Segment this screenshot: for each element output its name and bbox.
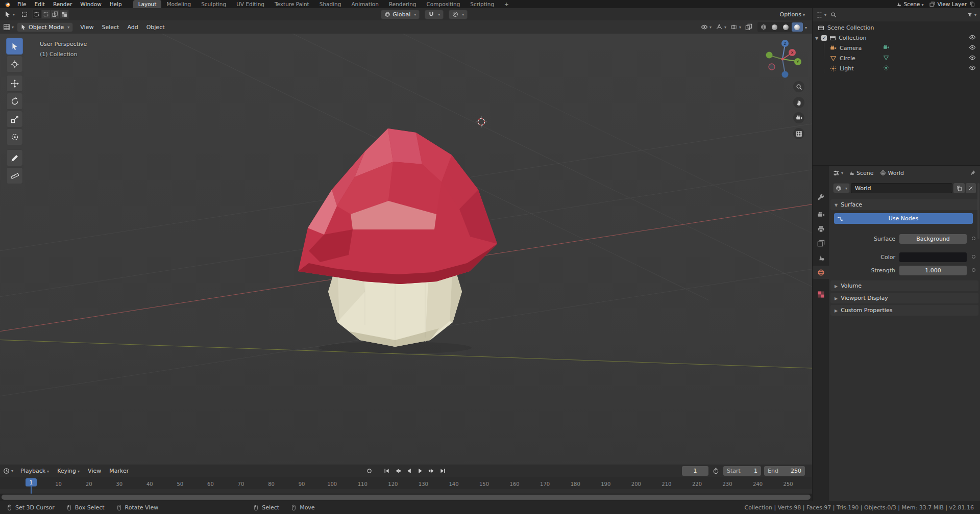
tab-animation[interactable]: Animation — [346, 0, 384, 8]
breadcrumb-world[interactable]: World — [888, 170, 904, 176]
viewport-canvas[interactable]: User Perspective (1) Collection — [0, 34, 812, 465]
annotate-tool-button[interactable] — [6, 149, 23, 166]
strength-slider[interactable]: 1.000 — [899, 266, 967, 275]
viewport-display-panel-header[interactable]: Viewport Display — [830, 293, 978, 303]
rotate-tool-button[interactable] — [6, 93, 23, 110]
scale-tool-button[interactable] — [6, 111, 23, 127]
tab-output[interactable] — [813, 222, 829, 236]
tab-compositing[interactable]: Compositing — [422, 0, 465, 8]
select-box-tool-icon[interactable] — [21, 11, 28, 18]
menu-marker[interactable]: Marker — [105, 468, 133, 474]
pan-view-button[interactable] — [793, 97, 804, 108]
current-frame-marker[interactable]: 1 — [26, 478, 37, 486]
pin-icon[interactable] — [970, 170, 976, 176]
navigation-gizmo[interactable]: X Y Z — [762, 38, 808, 85]
menu-file[interactable]: File — [13, 1, 31, 7]
use-nodes-button[interactable]: Use Nodes — [834, 213, 973, 224]
tab-layout[interactable]: Layout — [133, 0, 162, 8]
animate-dot-icon[interactable] — [972, 237, 975, 240]
breadcrumb-scene[interactable]: Scene — [856, 170, 874, 176]
menu-keying[interactable]: Keying — [53, 468, 84, 474]
tab-texture-paint[interactable]: Texture Paint — [270, 0, 314, 8]
view-layer-selector[interactable]: View Layer — [937, 1, 967, 7]
shading-solid-icon[interactable] — [769, 22, 780, 32]
collection-checkbox[interactable]: ✓ — [821, 35, 827, 41]
mesh-data-icon[interactable] — [883, 55, 889, 62]
menu-edit[interactable]: Edit — [31, 1, 49, 7]
mushroom-object[interactable] — [288, 123, 508, 353]
shading-wireframe-icon[interactable] — [758, 22, 769, 32]
menu-select[interactable]: Select — [97, 24, 123, 31]
jump-to-start-button[interactable] — [382, 467, 392, 476]
surface-type-dropdown[interactable]: Background — [899, 234, 967, 244]
options-dropdown[interactable]: Options — [780, 11, 805, 18]
stopwatch-icon[interactable] — [713, 468, 719, 474]
move-tool-button[interactable] — [6, 75, 23, 92]
zoom-view-button[interactable] — [793, 81, 804, 92]
scrollbar-handle[interactable] — [2, 495, 811, 500]
select-mode-subtract-icon[interactable] — [51, 10, 60, 19]
visibility-eye-icon[interactable] — [969, 54, 976, 63]
xray-toggle-icon[interactable] — [745, 23, 752, 31]
tab-rendering[interactable]: Rendering — [384, 0, 422, 8]
animate-dot-icon[interactable] — [972, 255, 975, 259]
play-reverse-button[interactable] — [404, 467, 414, 476]
gizmos-dropdown[interactable] — [716, 23, 726, 31]
shading-rendered-icon[interactable] — [792, 22, 803, 32]
select-box-tool-button[interactable] — [6, 38, 23, 55]
outliner-filter-icon[interactable] — [967, 12, 976, 18]
tab-world[interactable] — [813, 266, 829, 279]
color-swatch-field[interactable] — [899, 252, 967, 262]
browse-world-button[interactable] — [833, 183, 850, 193]
select-mode-extend-icon[interactable] — [41, 10, 51, 19]
add-workspace-button[interactable]: + — [499, 0, 514, 8]
frame-end-field[interactable]: End250 — [764, 466, 805, 476]
camera-view-button[interactable] — [793, 112, 804, 123]
blender-logo-icon[interactable] — [4, 1, 11, 8]
tab-sculpting[interactable]: Sculpting — [196, 0, 231, 8]
jump-to-end-button[interactable] — [438, 467, 448, 476]
play-button[interactable] — [415, 467, 426, 476]
cursor-tool-button[interactable] — [6, 56, 23, 72]
tab-texture[interactable] — [813, 288, 829, 301]
visibility-eye-icon[interactable] — [969, 34, 976, 42]
outliner-row-circle[interactable]: Circle — [813, 53, 980, 63]
active-tool-selector[interactable] — [4, 11, 15, 18]
new-view-layer-icon[interactable] — [970, 2, 975, 7]
editor-type-3d-viewport-icon[interactable] — [3, 23, 14, 31]
tab-view-layer[interactable] — [813, 237, 829, 250]
auto-keying-button[interactable] — [364, 467, 375, 476]
menu-add[interactable]: Add — [123, 24, 142, 31]
outliner-row-light[interactable]: Light — [813, 63, 980, 73]
editor-type-timeline-icon[interactable] — [3, 468, 13, 474]
timeline-ruler[interactable]: 1 10203040506070809010011012013014015016… — [0, 477, 812, 489]
overlays-dropdown[interactable] — [730, 23, 741, 31]
tab-tool[interactable] — [813, 190, 829, 203]
animate-dot-icon[interactable] — [972, 268, 975, 272]
prev-keyframe-button[interactable] — [393, 467, 403, 476]
tab-scripting[interactable]: Scripting — [465, 0, 499, 8]
editor-type-outliner-icon[interactable] — [816, 12, 826, 18]
new-world-copy-icon[interactable] — [953, 183, 965, 193]
unlink-world-icon[interactable] — [966, 183, 976, 193]
tab-modeling[interactable]: Modeling — [161, 0, 196, 8]
disclosure-open-icon[interactable] — [815, 35, 821, 41]
measure-tool-button[interactable] — [6, 167, 23, 184]
menu-view[interactable]: View — [76, 24, 97, 31]
menu-render[interactable]: Render — [49, 1, 76, 7]
perspective-toggle-button[interactable] — [793, 128, 804, 139]
tab-scene[interactable] — [813, 251, 829, 264]
light-data-icon[interactable] — [883, 65, 889, 72]
outliner-row-scene-collection[interactable]: Scene Collection — [813, 22, 980, 33]
current-frame-field[interactable]: 1 — [682, 466, 708, 476]
menu-timeline-view[interactable]: View — [84, 468, 105, 474]
next-keyframe-button[interactable] — [427, 467, 437, 476]
timeline-track[interactable] — [0, 489, 812, 494]
tab-shading[interactable]: Shading — [314, 0, 347, 8]
frame-start-field[interactable]: Start1 — [723, 466, 761, 476]
custom-properties-panel-header[interactable]: Custom Properties — [830, 305, 978, 316]
editor-type-properties-icon[interactable] — [833, 170, 843, 176]
visibility-eye-icon[interactable] — [969, 64, 976, 73]
menu-window[interactable]: Window — [76, 1, 105, 7]
surface-panel-header[interactable]: Surface — [830, 199, 978, 210]
